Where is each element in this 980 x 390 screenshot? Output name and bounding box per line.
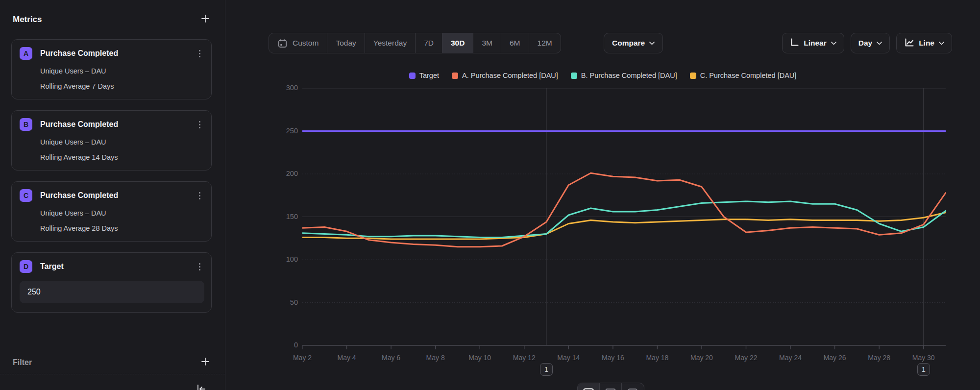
- toggle-line-view[interactable]: [578, 383, 600, 390]
- metric-transform[interactable]: Rolling Average 7 Days: [40, 82, 204, 90]
- chart-panel: Custom Today Yesterday 7D 30D 3M 6M 12M …: [225, 0, 980, 390]
- metric-card-head: B Purchase Completed: [20, 118, 204, 131]
- x-axis-label: May 12: [504, 354, 545, 362]
- metric-menu-button[interactable]: [195, 190, 204, 201]
- metric-menu-button[interactable]: [195, 119, 204, 130]
- metric-card-head: A Purchase Completed: [20, 47, 204, 60]
- metric-card-list: A Purchase Completed Unique Users – DAU …: [11, 39, 212, 323]
- x-axis-label: May 22: [726, 354, 767, 362]
- x-axis-label: May 20: [681, 354, 722, 362]
- metric-card-head: C Purchase Completed: [20, 189, 204, 202]
- metrics-section-title: Metrics: [13, 15, 42, 24]
- x-axis-label: May 30: [903, 354, 944, 362]
- metric-measure[interactable]: Unique Users – DAU: [40, 138, 204, 146]
- metric-badge: C: [20, 189, 32, 202]
- add-filter-button[interactable]: [198, 356, 212, 369]
- y-axis-label: 50: [246, 298, 298, 306]
- series-line[interactable]: [302, 213, 946, 239]
- y-axis-label: 150: [246, 213, 298, 220]
- plus-icon: [200, 357, 210, 368]
- x-axis-label: May 6: [370, 354, 412, 362]
- insights-report: Metrics A Purchase Completed Unique User…: [0, 0, 980, 390]
- collapse-left-icon: [195, 383, 207, 390]
- x-axis-label: May 4: [326, 354, 368, 362]
- chart-canvas: [302, 88, 946, 355]
- metric-badge: D: [20, 260, 32, 273]
- x-axis-label: May 14: [548, 354, 589, 362]
- toggle-table-view[interactable]: [600, 383, 622, 390]
- x-axis-label: May 18: [637, 354, 678, 362]
- target-title: Target: [40, 262, 195, 271]
- metric-badge: A: [20, 47, 32, 60]
- metric-card-c[interactable]: C Purchase Completed Unique Users – DAU …: [11, 181, 212, 242]
- metric-title: Purchase Completed: [40, 49, 195, 58]
- x-axis-label: May 26: [814, 354, 856, 362]
- sidebar-header: Metrics: [13, 13, 212, 26]
- metric-title: Purchase Completed: [40, 191, 195, 200]
- collapse-sidebar-button[interactable]: [193, 382, 209, 390]
- metric-card-b[interactable]: B Purchase Completed Unique Users – DAU …: [11, 110, 212, 171]
- add-metric-button[interactable]: [198, 13, 212, 26]
- metric-view-icon: [627, 388, 638, 390]
- x-axis-label: May 28: [858, 354, 900, 362]
- y-axis-label: 250: [246, 127, 298, 135]
- x-axis-label: May 10: [459, 354, 500, 362]
- metric-menu-button[interactable]: [195, 261, 204, 272]
- metrics-sidebar: Metrics A Purchase Completed Unique User…: [0, 0, 225, 390]
- y-axis-label: 300: [246, 84, 298, 92]
- target-card[interactable]: D Target 250: [11, 252, 212, 313]
- metric-transform[interactable]: Rolling Average 28 Days: [40, 224, 204, 232]
- filter-section-title: Filter: [13, 358, 32, 367]
- x-axis-label: May 2: [282, 354, 323, 362]
- metric-badge: B: [20, 118, 32, 131]
- y-axis-label: 0: [246, 341, 298, 349]
- sidebar-footer-divider: [0, 374, 225, 374]
- metric-measure[interactable]: Unique Users – DAU: [40, 67, 204, 75]
- series-line[interactable]: [302, 201, 946, 238]
- y-axis-label: 100: [246, 255, 298, 263]
- filter-section: Filter: [13, 356, 212, 369]
- metric-menu-button[interactable]: [195, 48, 204, 59]
- line-chart[interactable]: 300250200150100500May 2May 4May 6May 8Ma…: [225, 0, 980, 390]
- metric-card-a[interactable]: A Purchase Completed Unique Users – DAU …: [11, 39, 212, 99]
- annotation-badge[interactable]: 1: [917, 363, 930, 376]
- line-view-icon: [583, 388, 594, 390]
- y-axis-label: 200: [246, 170, 298, 177]
- metric-measure[interactable]: Unique Users – DAU: [40, 209, 204, 217]
- metric-title: Purchase Completed: [40, 120, 195, 129]
- x-axis-label: May 24: [770, 354, 811, 362]
- table-view-icon: [605, 388, 616, 390]
- metric-transform[interactable]: Rolling Average 14 Days: [40, 153, 204, 161]
- target-value-input[interactable]: 250: [20, 281, 204, 303]
- x-axis-label: May 8: [415, 354, 456, 362]
- x-axis-label: May 16: [592, 354, 634, 362]
- annotation-badge[interactable]: 1: [540, 363, 553, 376]
- plus-icon: [200, 14, 210, 25]
- target-card-head: D Target: [20, 260, 204, 273]
- toggle-metric-view[interactable]: [622, 383, 644, 390]
- visualization-toggle: [577, 383, 644, 390]
